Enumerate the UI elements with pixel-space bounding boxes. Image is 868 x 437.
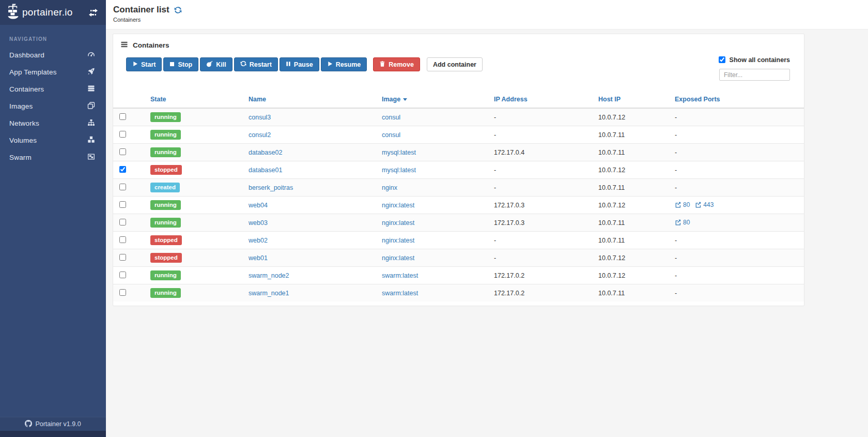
column-header-name[interactable]: Name <box>244 93 378 108</box>
sidebar-item-images[interactable]: Images <box>0 98 106 115</box>
row-checkbox[interactable] <box>119 184 126 190</box>
main-area: Container list Containers Containers Sta… <box>106 0 868 437</box>
ip-cell: - <box>490 161 594 179</box>
sidebar-footer-link[interactable]: Portainer v1.9.0 <box>0 417 106 431</box>
ip-cell: - <box>490 179 594 197</box>
sidebar-spacer <box>0 166 106 417</box>
image-link[interactable]: consul <box>382 114 400 121</box>
github-icon <box>25 420 32 429</box>
state-cell: created <box>146 179 244 197</box>
state-cell: running <box>146 108 244 126</box>
exchange-icon[interactable] <box>88 9 98 17</box>
container-name-link[interactable]: web03 <box>249 219 268 227</box>
brand-link[interactable]: portainer.io <box>7 4 88 22</box>
refresh-icon <box>240 61 246 68</box>
image-link[interactable]: nginx <box>382 184 397 191</box>
restart-button[interactable]: Restart <box>234 57 278 71</box>
filter-input[interactable] <box>719 69 790 81</box>
image-link[interactable]: swarm:latest <box>382 272 418 279</box>
column-header-hostip[interactable]: Host IP <box>594 93 671 108</box>
table-row: runningswarm_node1swarm:latest172.17.0.2… <box>113 284 804 302</box>
row-checkbox[interactable] <box>119 254 126 261</box>
row-checkbox[interactable] <box>119 131 126 138</box>
hostip-cell: 10.0.7.12 <box>594 108 671 126</box>
row-checkbox[interactable] <box>119 148 126 155</box>
row-checkbox[interactable] <box>119 166 126 173</box>
image-link[interactable]: mysql:latest <box>382 149 416 156</box>
show-all-label[interactable]: Show all containers <box>717 55 790 65</box>
container-name-link[interactable]: database01 <box>249 167 282 174</box>
name-cell: berserk_poitras <box>244 179 378 197</box>
image-link[interactable]: nginx:latest <box>382 254 414 262</box>
container-name-link[interactable]: web04 <box>249 202 268 209</box>
sidebar-item-app-templates[interactable]: App Templates <box>0 64 106 81</box>
start-button[interactable]: Start <box>126 57 162 71</box>
exposed-port-link[interactable]: 80 <box>675 219 690 226</box>
container-name-link[interactable]: web02 <box>249 237 268 244</box>
resume-button[interactable]: Resume <box>321 57 367 71</box>
column-header-image[interactable]: Image <box>378 93 490 108</box>
tachometer-icon <box>87 51 95 59</box>
hostip-cell: 10.0.7.11 <box>594 144 671 161</box>
row-select-cell <box>113 214 146 232</box>
sidebar-item-dashboard[interactable]: Dashboard <box>0 47 106 64</box>
image-cell: mysql:latest <box>378 144 490 161</box>
sidebar-item-containers[interactable]: Containers <box>0 81 106 98</box>
show-all-checkbox[interactable] <box>719 56 725 63</box>
container-name-link[interactable]: swarm_node1 <box>249 290 289 297</box>
refresh-icon[interactable] <box>174 6 182 14</box>
exposed-port-link[interactable]: 443 <box>695 201 714 208</box>
ip-cell: 172.17.0.2 <box>490 267 594 284</box>
image-link[interactable]: consul <box>382 131 400 139</box>
row-checkbox[interactable] <box>119 201 126 208</box>
row-checkbox[interactable] <box>119 113 126 120</box>
state-badge: running <box>150 130 181 140</box>
hostip-cell: 10.0.7.12 <box>594 249 671 267</box>
row-checkbox[interactable] <box>119 272 126 278</box>
row-checkbox[interactable] <box>119 236 126 243</box>
row-checkbox[interactable] <box>119 289 126 296</box>
pause-button[interactable]: Pause <box>280 57 319 71</box>
state-cell: stopped <box>146 232 244 249</box>
image-link[interactable]: nginx:latest <box>382 202 414 209</box>
kill-button[interactable]: Kill <box>200 57 232 71</box>
row-select-cell <box>113 249 146 267</box>
column-header-state[interactable]: State <box>146 93 244 108</box>
container-name-link[interactable]: web01 <box>249 254 268 262</box>
hostip-cell: 10.0.7.12 <box>594 197 671 214</box>
portainer-logo-icon <box>7 4 20 22</box>
state-cell: stopped <box>146 249 244 267</box>
ports-cell: - <box>671 161 804 179</box>
state-badge: stopped <box>150 253 182 263</box>
sidebar-item-volumes[interactable]: Volumes <box>0 132 106 149</box>
tasks-icon <box>120 41 128 50</box>
ports-cell: - <box>671 144 804 161</box>
external-link-icon <box>675 219 681 225</box>
container-name-link[interactable]: consul3 <box>249 114 271 121</box>
image-link[interactable]: nginx:latest <box>382 237 414 244</box>
table-row: runningdatabase02mysql:latest172.17.0.41… <box>113 144 804 161</box>
image-link[interactable]: mysql:latest <box>382 167 416 174</box>
image-cell: nginx:latest <box>378 214 490 232</box>
row-checkbox[interactable] <box>119 219 126 225</box>
add-container-button[interactable]: Add container <box>427 57 483 71</box>
container-name-link[interactable]: swarm_node2 <box>249 272 289 279</box>
ip-cell: 172.17.0.3 <box>490 214 594 232</box>
image-link[interactable]: swarm:latest <box>382 290 418 297</box>
container-name-link[interactable]: berserk_poitras <box>249 184 293 191</box>
row-select-cell <box>113 179 146 197</box>
image-link[interactable]: nginx:latest <box>382 219 414 227</box>
container-name-link[interactable]: consul2 <box>249 131 271 139</box>
column-header-ip[interactable]: IP Address <box>490 93 594 108</box>
sidebar-item-swarm[interactable]: Swarm <box>0 149 106 166</box>
column-header-ports[interactable]: Exposed Ports <box>671 93 804 108</box>
stop-icon <box>169 61 175 68</box>
remove-button[interactable]: Remove <box>373 57 420 71</box>
stop-button[interactable]: Stop <box>163 57 198 71</box>
name-cell: swarm_node2 <box>244 267 378 284</box>
exposed-port-link[interactable]: 80 <box>675 201 690 208</box>
container-name-link[interactable]: database02 <box>249 149 282 156</box>
image-cell: nginx <box>378 179 490 197</box>
bomb-icon <box>206 61 213 69</box>
sidebar-item-networks[interactable]: Networks <box>0 115 106 132</box>
